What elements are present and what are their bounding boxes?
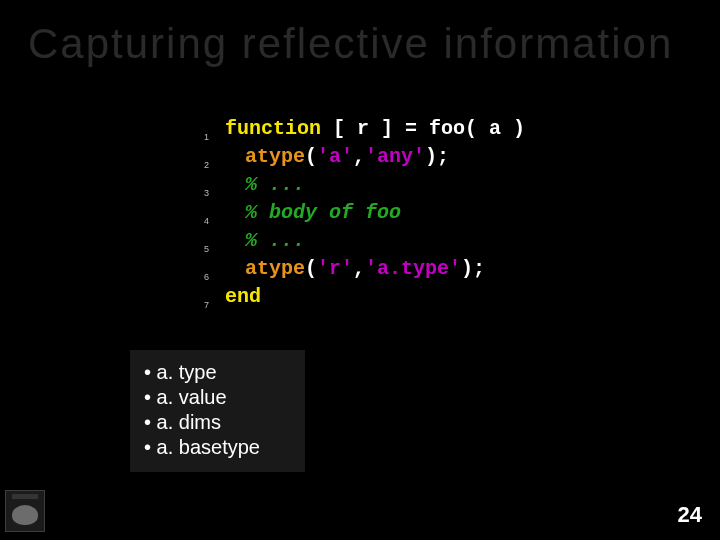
slide-title: Capturing reflective information xyxy=(28,20,673,68)
code-line: % ... xyxy=(245,227,305,255)
line-number: 2 xyxy=(195,151,209,179)
list-item: • a. value xyxy=(144,385,260,410)
code-line: atype('a','any'); xyxy=(245,143,449,171)
line-number: 3 xyxy=(195,179,209,207)
code-line: end xyxy=(225,283,261,311)
bullet-list: • a. type• a. value• a. dims• a. basetyp… xyxy=(130,350,305,472)
line-number: 7 xyxy=(195,291,209,319)
code-line: atype('r','a.type'); xyxy=(245,255,485,283)
code-line: % body of foo xyxy=(245,199,401,227)
code-line: function [ r ] = foo( a ) xyxy=(225,115,525,143)
list-item: • a. basetype xyxy=(144,435,260,460)
slide: Capturing reflective information 1functi… xyxy=(0,0,720,540)
line-number: 6 xyxy=(195,263,209,291)
list-item: • a. dims xyxy=(144,410,260,435)
line-number: 1 xyxy=(195,123,209,151)
page-number: 24 xyxy=(678,502,702,528)
logo-icon xyxy=(5,490,45,532)
line-number: 5 xyxy=(195,235,209,263)
line-number: 4 xyxy=(195,207,209,235)
code-line: % ... xyxy=(245,171,305,199)
list-item: • a. type xyxy=(144,360,260,385)
